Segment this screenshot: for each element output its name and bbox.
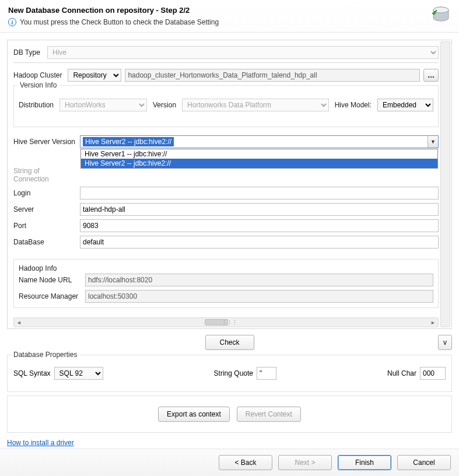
main-panel: DB Type Hive Hadoop Cluster Repository …… — [7, 40, 452, 329]
hive-server-version-selected: Hive Server2 -- jdbc:hive2:// — [83, 137, 174, 146]
string-of-connection-label: String of Connection — [13, 167, 76, 183]
hive-server-option-1[interactable]: Hive Server2 -- jdbc:hive2:// — [81, 159, 437, 168]
context-panel: Export as context Revert Context — [7, 396, 452, 433]
version-info-title: Version Info — [17, 81, 59, 89]
resource-manager-label: Resource Manager — [19, 292, 82, 300]
revert-context-button[interactable]: Revert Context — [237, 407, 301, 422]
string-quote-label: String Quote — [214, 369, 253, 377]
wizard-header: New Database Connection on repository - … — [0, 0, 459, 33]
database-input[interactable] — [80, 236, 439, 249]
sql-syntax-label: SQL Syntax — [13, 369, 51, 377]
server-input[interactable] — [80, 203, 439, 216]
name-node-url-label: Name Node URL — [19, 276, 82, 284]
chevron-down-icon[interactable]: ▼ — [428, 136, 438, 148]
check-button[interactable]: Check — [205, 335, 254, 350]
wizard-footer: < Back Next > Finish Cancel — [0, 449, 459, 476]
hadoop-info-title: Hadoop Info — [19, 264, 82, 272]
next-button[interactable]: Next > — [278, 455, 332, 470]
database-properties-group: Database Properties SQL Syntax SQL 92 St… — [7, 355, 452, 392]
info-icon: i — [8, 18, 16, 26]
divider — [13, 62, 439, 63]
finish-button[interactable]: Finish — [338, 455, 391, 470]
version-info-group: Version Info Distribution HortonWorks Ve… — [13, 85, 439, 127]
hadoop-cluster-label: Hadoop Cluster — [13, 71, 62, 79]
sql-syntax-select[interactable]: SQL 92 — [54, 367, 103, 380]
port-label: Port — [13, 222, 76, 230]
null-char-input[interactable] — [420, 367, 446, 380]
export-as-context-button[interactable]: Export as context — [158, 407, 230, 422]
db-type-select[interactable]: Hive — [47, 46, 439, 59]
distribution-label: Distribution — [19, 101, 54, 109]
hadoop-cluster-mode-select[interactable]: Repository — [68, 69, 121, 82]
distribution-select[interactable]: HortonWorks — [59, 99, 147, 111]
version-label: Version — [153, 101, 176, 109]
database-properties-title: Database Properties — [11, 351, 79, 359]
how-to-install-driver-link[interactable]: How to install a driver — [7, 439, 74, 447]
database-label: DataBase — [13, 238, 76, 246]
wizard-subtitle: You must press the Check Button to check… — [20, 18, 219, 26]
expand-v-button[interactable]: v — [438, 335, 452, 350]
login-input[interactable] — [80, 187, 439, 200]
hive-server-version-combo[interactable]: Hive Server2 -- jdbc:hive2:// ▼ Hive Ser… — [80, 135, 439, 148]
browse-repository-button[interactable]: … — [423, 69, 439, 82]
name-node-url-input[interactable] — [85, 274, 433, 286]
hive-model-select[interactable]: Embedded — [377, 99, 433, 111]
hive-server-option-0[interactable]: Hive Server1 -- jdbc:hive:// — [81, 149, 437, 159]
back-button[interactable]: < Back — [219, 455, 272, 470]
vertical-scrollbar[interactable] — [440, 41, 450, 327]
server-label: Server — [13, 205, 76, 214]
hadoop-cluster-value[interactable] — [125, 69, 420, 82]
database-icon — [431, 5, 451, 24]
port-input[interactable] — [80, 219, 439, 232]
string-quote-input[interactable] — [257, 367, 276, 380]
hive-model-label: Hive Model: — [335, 101, 372, 109]
resource-manager-input[interactable] — [85, 290, 433, 303]
db-type-label: DB Type — [13, 48, 44, 57]
wizard-title: New Database Connection on repository - … — [8, 6, 451, 15]
cancel-button[interactable]: Cancel — [397, 455, 451, 470]
wizard-subtitle-row: i You must press the Check Button to che… — [8, 18, 451, 26]
horizontal-scrollbar[interactable]: ◄ ⋮⋮⋮ ► — [13, 317, 439, 327]
hive-server-version-list[interactable]: Hive Server1 -- jdbc:hive:// Hive Server… — [80, 149, 438, 169]
hive-server-version-label: Hive Server Version — [13, 138, 76, 146]
version-select[interactable]: Hortonworks Data Platform — [182, 99, 329, 111]
null-char-label: Null Char — [387, 369, 416, 377]
login-label: Login — [13, 189, 76, 197]
